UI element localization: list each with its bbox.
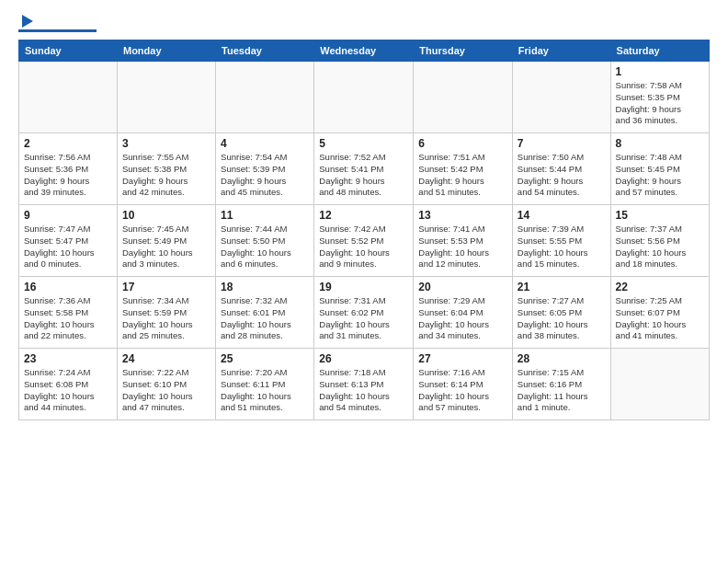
calendar-day-cell: 20Sunrise: 7:29 AM Sunset: 6:04 PM Dayli…: [414, 277, 513, 349]
day-info: Sunrise: 7:56 AM Sunset: 5:36 PM Dayligh…: [24, 152, 112, 199]
day-info: Sunrise: 7:20 AM Sunset: 6:11 PM Dayligh…: [221, 367, 309, 414]
day-number: 9: [24, 209, 112, 222]
calendar-day-cell: 8Sunrise: 7:48 AM Sunset: 5:45 PM Daylig…: [610, 133, 709, 205]
calendar-day-cell: 21Sunrise: 7:27 AM Sunset: 6:05 PM Dayli…: [512, 277, 610, 349]
weekday-header-tuesday: Tuesday: [216, 40, 314, 62]
calendar-day-cell: 9Sunrise: 7:47 AM Sunset: 5:47 PM Daylig…: [19, 205, 118, 277]
calendar-day-cell: 19Sunrise: 7:31 AM Sunset: 6:02 PM Dayli…: [314, 277, 414, 349]
calendar-day-cell: 27Sunrise: 7:16 AM Sunset: 6:14 PM Dayli…: [414, 349, 513, 420]
day-number: 20: [418, 281, 507, 293]
day-info: Sunrise: 7:25 AM Sunset: 6:07 PM Dayligh…: [616, 295, 704, 342]
calendar-week-row: 16Sunrise: 7:36 AM Sunset: 5:58 PM Dayli…: [19, 277, 710, 349]
calendar-day-cell: 12Sunrise: 7:42 AM Sunset: 5:52 PM Dayli…: [314, 205, 414, 277]
day-number: 4: [221, 137, 309, 150]
day-info: Sunrise: 7:34 AM Sunset: 5:59 PM Dayligh…: [122, 295, 210, 342]
calendar-day-cell: 26Sunrise: 7:18 AM Sunset: 6:13 PM Dayli…: [314, 349, 414, 420]
day-number: 21: [518, 281, 606, 293]
day-info: Sunrise: 7:50 AM Sunset: 5:44 PM Dayligh…: [518, 152, 606, 199]
day-info: Sunrise: 7:55 AM Sunset: 5:38 PM Dayligh…: [122, 152, 210, 199]
day-info: Sunrise: 7:36 AM Sunset: 5:58 PM Dayligh…: [24, 295, 112, 342]
day-number: 2: [24, 137, 112, 150]
day-info: Sunrise: 7:48 AM Sunset: 5:45 PM Dayligh…: [616, 152, 704, 199]
calendar-day-cell: [414, 62, 513, 133]
day-number: 28: [518, 352, 606, 365]
weekday-header-friday: Friday: [512, 40, 610, 62]
page-container: SundayMondayTuesdayWednesdayThursdayFrid…: [0, 0, 728, 430]
day-info: Sunrise: 7:52 AM Sunset: 5:41 PM Dayligh…: [319, 152, 408, 199]
logo: [18, 15, 97, 32]
calendar-day-cell: 24Sunrise: 7:22 AM Sunset: 6:10 PM Dayli…: [117, 349, 215, 420]
day-info: Sunrise: 7:39 AM Sunset: 5:55 PM Dayligh…: [518, 224, 606, 270]
day-number: 13: [418, 209, 507, 222]
day-info: Sunrise: 7:15 AM Sunset: 6:16 PM Dayligh…: [518, 367, 606, 414]
calendar-day-cell: [314, 62, 414, 133]
calendar-day-cell: 16Sunrise: 7:36 AM Sunset: 5:58 PM Dayli…: [19, 277, 118, 349]
calendar-day-cell: [117, 62, 215, 133]
day-info: Sunrise: 7:29 AM Sunset: 6:04 PM Dayligh…: [418, 295, 507, 342]
day-number: 25: [221, 352, 309, 365]
calendar-day-cell: 10Sunrise: 7:45 AM Sunset: 5:49 PM Dayli…: [117, 205, 215, 277]
logo-underline: [18, 29, 97, 32]
day-number: 22: [616, 281, 704, 293]
day-number: 8: [616, 137, 704, 150]
calendar-day-cell: [19, 62, 118, 133]
day-info: Sunrise: 7:37 AM Sunset: 5:56 PM Dayligh…: [616, 224, 704, 270]
calendar-week-row: 9Sunrise: 7:47 AM Sunset: 5:47 PM Daylig…: [19, 205, 710, 277]
day-info: Sunrise: 7:51 AM Sunset: 5:42 PM Dayligh…: [418, 152, 507, 199]
header: [18, 15, 710, 32]
day-info: Sunrise: 7:45 AM Sunset: 5:49 PM Dayligh…: [122, 224, 210, 270]
day-number: 3: [122, 137, 210, 150]
day-number: 14: [518, 209, 606, 222]
calendar-day-cell: 15Sunrise: 7:37 AM Sunset: 5:56 PM Dayli…: [610, 205, 709, 277]
day-number: 15: [616, 209, 704, 222]
calendar-day-cell: 13Sunrise: 7:41 AM Sunset: 5:53 PM Dayli…: [414, 205, 513, 277]
day-info: Sunrise: 7:41 AM Sunset: 5:53 PM Dayligh…: [418, 224, 507, 270]
day-number: 17: [122, 281, 210, 293]
day-info: Sunrise: 7:24 AM Sunset: 6:08 PM Dayligh…: [24, 367, 112, 414]
day-number: 6: [418, 137, 507, 150]
calendar-day-cell: 4Sunrise: 7:54 AM Sunset: 5:39 PM Daylig…: [216, 133, 314, 205]
day-info: Sunrise: 7:16 AM Sunset: 6:14 PM Dayligh…: [418, 367, 507, 414]
calendar-week-row: 23Sunrise: 7:24 AM Sunset: 6:08 PM Dayli…: [19, 349, 710, 420]
calendar-table: SundayMondayTuesdayWednesdayThursdayFrid…: [18, 40, 710, 420]
day-info: Sunrise: 7:32 AM Sunset: 6:01 PM Dayligh…: [221, 295, 309, 342]
weekday-header-monday: Monday: [117, 40, 215, 62]
calendar-day-cell: 7Sunrise: 7:50 AM Sunset: 5:44 PM Daylig…: [512, 133, 610, 205]
calendar-day-cell: 6Sunrise: 7:51 AM Sunset: 5:42 PM Daylig…: [414, 133, 513, 205]
day-info: Sunrise: 7:54 AM Sunset: 5:39 PM Dayligh…: [221, 152, 309, 199]
calendar-day-cell: 23Sunrise: 7:24 AM Sunset: 6:08 PM Dayli…: [19, 349, 118, 420]
calendar-day-cell: 28Sunrise: 7:15 AM Sunset: 6:16 PM Dayli…: [512, 349, 610, 420]
calendar-day-cell: 18Sunrise: 7:32 AM Sunset: 6:01 PM Dayli…: [216, 277, 314, 349]
weekday-header-row: SundayMondayTuesdayWednesdayThursdayFrid…: [19, 40, 710, 62]
day-number: 16: [24, 281, 112, 293]
day-info: Sunrise: 7:47 AM Sunset: 5:47 PM Dayligh…: [24, 224, 112, 270]
day-number: 7: [518, 137, 606, 150]
calendar-day-cell: 17Sunrise: 7:34 AM Sunset: 5:59 PM Dayli…: [117, 277, 215, 349]
calendar-day-cell: [512, 62, 610, 133]
day-number: 26: [319, 352, 408, 365]
calendar-day-cell: [216, 62, 314, 133]
calendar-day-cell: 3Sunrise: 7:55 AM Sunset: 5:38 PM Daylig…: [117, 133, 215, 205]
weekday-header-saturday: Saturday: [610, 40, 709, 62]
calendar-day-cell: 5Sunrise: 7:52 AM Sunset: 5:41 PM Daylig…: [314, 133, 414, 205]
calendar-day-cell: 14Sunrise: 7:39 AM Sunset: 5:55 PM Dayli…: [512, 205, 610, 277]
day-number: 11: [221, 209, 309, 222]
day-number: 18: [221, 281, 309, 293]
day-number: 24: [122, 352, 210, 365]
logo-arrow-icon: [22, 15, 33, 28]
day-info: Sunrise: 7:31 AM Sunset: 6:02 PM Dayligh…: [319, 295, 408, 342]
calendar-day-cell: 2Sunrise: 7:56 AM Sunset: 5:36 PM Daylig…: [19, 133, 118, 205]
weekday-header-sunday: Sunday: [19, 40, 118, 62]
calendar-day-cell: 25Sunrise: 7:20 AM Sunset: 6:11 PM Dayli…: [216, 349, 314, 420]
day-number: 19: [319, 281, 408, 293]
day-info: Sunrise: 7:44 AM Sunset: 5:50 PM Dayligh…: [221, 224, 309, 270]
day-number: 12: [319, 209, 408, 222]
day-number: 1: [616, 65, 704, 78]
day-number: 27: [418, 352, 507, 365]
day-number: 10: [122, 209, 210, 222]
day-number: 23: [24, 352, 112, 365]
day-number: 5: [319, 137, 408, 150]
weekday-header-wednesday: Wednesday: [314, 40, 414, 62]
day-info: Sunrise: 7:42 AM Sunset: 5:52 PM Dayligh…: [319, 224, 408, 270]
calendar-week-row: 2Sunrise: 7:56 AM Sunset: 5:36 PM Daylig…: [19, 133, 710, 205]
